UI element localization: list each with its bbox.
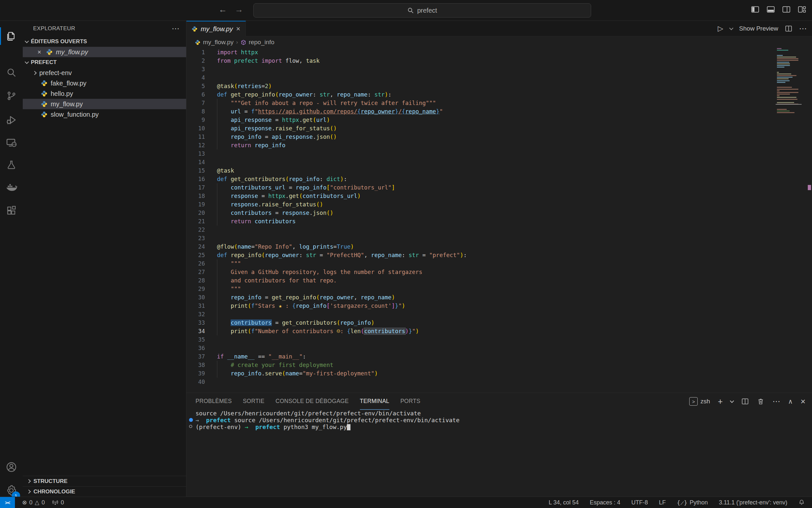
kill-terminal-icon[interactable]	[757, 397, 765, 405]
tab-close-icon[interactable]: ×	[236, 25, 240, 33]
notifications-bell-icon[interactable]	[798, 499, 805, 506]
problems-status[interactable]: ⊗ 0 △ 0	[22, 499, 45, 506]
customize-layout-icon[interactable]	[798, 5, 806, 14]
run-dropdown-icon[interactable]	[729, 26, 733, 30]
close-panel-icon[interactable]: ×	[801, 396, 806, 407]
activitybar-account[interactable]	[0, 456, 23, 478]
activitybar-source-control[interactable]	[0, 85, 23, 107]
code-line-11[interactable]: 11 repo_info = api_response.json()	[186, 133, 812, 141]
panel-more-actions-icon[interactable]: ⋯	[772, 397, 780, 406]
code-line-9[interactable]: 9 api_response = httpx.get(url)	[186, 116, 812, 124]
code-line-33[interactable]: 33 contributors = get_contributors(repo_…	[186, 319, 812, 327]
code-line-35[interactable]: 35	[186, 335, 812, 344]
code-line-21[interactable]: 21 return contributors	[186, 217, 812, 225]
code-line-18[interactable]: 18 response = httpx.get(contributors_url…	[186, 192, 812, 200]
editor-more-actions-icon[interactable]: ⋯	[799, 24, 807, 33]
activitybar-search[interactable]	[0, 62, 23, 83]
code-line-20[interactable]: 20 contributors = response.json()	[186, 209, 812, 217]
activitybar-docker[interactable]	[0, 177, 23, 198]
sidebar-file-fake-flow-py[interactable]: fake_flow.py	[23, 78, 186, 88]
command-decoration-open-icon[interactable]	[189, 425, 192, 428]
sidebar-file-hello-py[interactable]: hello.py	[23, 88, 186, 99]
code-area[interactable]: 1import httpx2from prefect import flow, …	[186, 48, 812, 393]
open-editor-item[interactable]: × my_flow.py	[23, 47, 186, 57]
code-line-8[interactable]: 8 url = f"https://api.github.com/repos/{…	[186, 107, 812, 116]
split-terminal-icon[interactable]	[741, 397, 749, 405]
code-line-15[interactable]: 15@task	[186, 166, 812, 175]
breadcrumb-file[interactable]: my_flow.py	[203, 39, 234, 46]
split-editor-icon[interactable]	[785, 25, 793, 33]
code-line-5[interactable]: 5@task(retries=2)	[186, 82, 812, 90]
code-line-19[interactable]: 19 response.raise_for_status()	[186, 200, 812, 209]
remote-indicator[interactable]: ><	[0, 497, 15, 508]
command-center-search[interactable]: prefect	[253, 3, 591, 17]
code-line-25[interactable]: 25def repo_info(repo_owner: str = "Prefe…	[186, 251, 812, 259]
tab-my-flow[interactable]: my_flow.py ×	[186, 21, 246, 36]
minimap[interactable]	[777, 48, 800, 116]
code-line-26[interactable]: 26 """	[186, 259, 812, 268]
open-editors-section[interactable]: ÉDITEURS OUVERTS	[23, 36, 186, 47]
code-line-31[interactable]: 31 print(f"Stars ★ : {repo_info['stargaz…	[186, 302, 812, 310]
indentation-status[interactable]: Espaces : 4	[590, 499, 620, 506]
sidebar-file-my-flow-py[interactable]: my_flow.py	[23, 99, 186, 109]
show-preview-button[interactable]: Show Preview	[739, 25, 778, 32]
encoding-status[interactable]: UTF-8	[631, 499, 648, 506]
code-line-34[interactable]: 34 print(f"Number of contributors ☺: {le…	[186, 327, 812, 335]
terminal-dropdown-icon[interactable]	[730, 399, 734, 403]
code-line-38[interactable]: 38 # create your first deployment	[186, 361, 812, 369]
code-line-3[interactable]: 3	[186, 65, 812, 74]
ports-status[interactable]: 0	[52, 499, 64, 506]
breadcrumb-symbol[interactable]: repo_info	[249, 39, 275, 46]
sidebar-file-slow-function-py[interactable]: slow_function.py	[23, 109, 186, 120]
panel-tab-terminal[interactable]: TERMINAL	[360, 393, 389, 410]
code-line-37[interactable]: 37if __name__ == "__main__":	[186, 352, 812, 361]
code-line-4[interactable]: 4	[186, 74, 812, 82]
code-line-40[interactable]: 40	[186, 378, 812, 386]
code-line-10[interactable]: 10 api_response.raise_for_status()	[186, 124, 812, 133]
code-line-30[interactable]: 30 repo_info = get_repo_info(repo_owner,…	[186, 293, 812, 302]
nav-forward-icon[interactable]: →	[233, 5, 245, 15]
code-line-13[interactable]: 13	[186, 150, 812, 158]
outline-section[interactable]: STRUCTURE	[23, 476, 186, 486]
activitybar-explorer[interactable]	[0, 25, 23, 47]
code-line-7[interactable]: 7 """Get info about a repo - will retry …	[186, 99, 812, 107]
run-python-file-icon[interactable]: ▷	[718, 25, 723, 33]
activitybar-testing[interactable]	[0, 154, 23, 175]
close-icon[interactable]: ×	[36, 48, 43, 56]
panel-tab-sortie[interactable]: SORTIE	[243, 393, 265, 410]
python-interpreter-status[interactable]: 3.11.1 ('prefect-env': venv)	[719, 499, 787, 506]
code-line-22[interactable]: 22	[186, 225, 812, 234]
activitybar-run-debug[interactable]	[0, 109, 23, 131]
code-line-14[interactable]: 14	[186, 158, 812, 166]
folder-section-prefect[interactable]: PREFECT	[23, 57, 186, 68]
code-line-16[interactable]: 16def get_contributors(repo_info: dict):	[186, 175, 812, 183]
panel-tab-probl-mes[interactable]: PROBLÈMES	[195, 393, 232, 410]
code-line-36[interactable]: 36	[186, 344, 812, 352]
timeline-section[interactable]: CHRONOLOGIE	[23, 486, 186, 497]
activitybar-remote-explorer[interactable]	[0, 132, 23, 154]
code-line-23[interactable]: 23	[186, 234, 812, 243]
cursor-position-status[interactable]: L 34, col 54	[548, 499, 578, 506]
eol-status[interactable]: LF	[659, 499, 666, 506]
code-line-27[interactable]: 27 Given a GitHub repository, logs the n…	[186, 268, 812, 276]
terminal-output[interactable]: source /Users/henricourdent/git/prefect/…	[186, 410, 812, 430]
terminal-shell-selector[interactable]: > zsh	[689, 397, 710, 406]
activitybar-extensions[interactable]	[0, 200, 23, 222]
toggle-sidebar-icon[interactable]	[751, 5, 759, 14]
code-line-29[interactable]: 29 """	[186, 285, 812, 293]
toggle-secondary-sidebar-icon[interactable]	[782, 5, 791, 14]
code-line-17[interactable]: 17 contributors_url = repo_info["contrib…	[186, 183, 812, 192]
code-line-39[interactable]: 39 repo_info.serve(name="my-first-deploy…	[186, 369, 812, 378]
code-line-2[interactable]: 2from prefect import flow, task	[186, 56, 812, 65]
panel-tab-ports[interactable]: PORTS	[400, 393, 420, 410]
panel-tab-console-de-d-bogage[interactable]: CONSOLE DE DÉBOGAGE	[276, 393, 348, 410]
toggle-panel-icon[interactable]	[767, 5, 775, 14]
new-terminal-icon[interactable]: +	[718, 396, 723, 407]
command-decoration-filled-icon[interactable]	[189, 418, 193, 422]
code-line-6[interactable]: 6def get_repo_info(repo_owner: str, repo…	[186, 90, 812, 99]
maximize-panel-icon[interactable]: ∧	[788, 397, 793, 405]
code-line-1[interactable]: 1import httpx	[186, 48, 812, 56]
code-line-12[interactable]: 12 return repo_info	[186, 141, 812, 150]
nav-back-icon[interactable]: ←	[217, 5, 229, 15]
sidebar-file-prefect-env[interactable]: prefect-env	[23, 68, 186, 78]
